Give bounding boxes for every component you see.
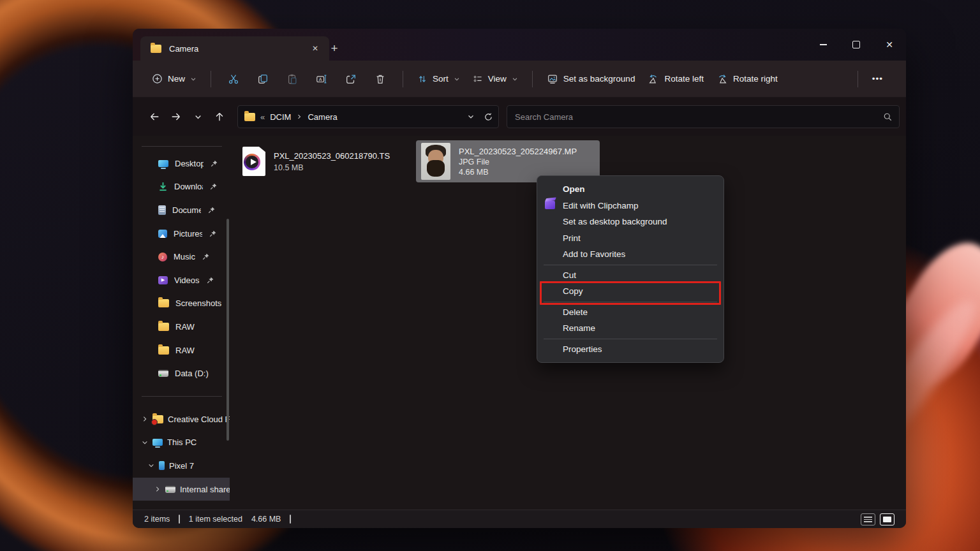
menu-item-copy[interactable]: Copy — [537, 283, 724, 300]
window-controls: ✕ — [806, 29, 906, 61]
menu-item-print[interactable]: Print — [537, 230, 724, 247]
sidebar-item-label: RAW — [175, 346, 195, 355]
search-box[interactable] — [507, 105, 900, 128]
paste-button[interactable] — [278, 68, 307, 91]
breadcrumb-overflow[interactable]: « — [260, 112, 265, 122]
menu-item-properties[interactable]: Properties — [537, 341, 724, 358]
command-toolbar: New A Sor — [133, 61, 906, 98]
chevron-down-icon[interactable] — [142, 439, 148, 446]
new-tab-button[interactable]: + — [324, 39, 345, 58]
chevron-right-icon[interactable] — [142, 416, 148, 422]
file-item-video[interactable]: PXL_20230523_060218790.TS 10.5 MB — [237, 140, 415, 182]
sidebar-item-internal-storage[interactable]: Internal shared storage — [133, 478, 230, 501]
tab-camera[interactable]: Camera ✕ — [140, 36, 329, 61]
cut-button[interactable] — [219, 68, 248, 91]
pictures-icon — [158, 230, 167, 238]
pin-icon — [209, 182, 218, 191]
sidebar-item-documents[interactable]: Documents — [133, 198, 230, 222]
delete-button[interactable] — [366, 68, 395, 91]
documents-icon — [158, 205, 166, 215]
breadcrumb-dcim[interactable]: DCIM — [270, 112, 291, 122]
copy-button[interactable] — [248, 68, 278, 91]
chevron-down-icon[interactable] — [148, 462, 154, 469]
menu-item-cut[interactable]: Cut — [537, 267, 724, 284]
address-dropdown-icon[interactable] — [467, 113, 475, 121]
recent-locations-button[interactable] — [188, 107, 208, 127]
status-bar: 2 items 1 item selected 4.66 MB — [133, 510, 906, 528]
set-background-button[interactable]: Set as background — [540, 68, 642, 91]
maximize-button[interactable] — [840, 29, 873, 61]
sidebar-separator — [142, 146, 222, 147]
menu-item-add-to-favorites[interactable]: Add to Favorites — [537, 246, 724, 263]
sidebar-item-label: Videos — [174, 276, 200, 285]
sort-button[interactable]: Sort — [411, 68, 466, 91]
share-button[interactable] — [336, 68, 366, 91]
sidebar-item-pictures[interactable]: Pictures — [133, 222, 230, 246]
close-button[interactable]: ✕ — [873, 29, 906, 61]
refresh-icon[interactable] — [484, 112, 493, 122]
sidebar-item-creative-cloud[interactable]: Creative Cloud Files — [133, 408, 230, 431]
search-input[interactable] — [514, 112, 883, 122]
arrow-up-icon — [214, 111, 225, 122]
toolbar-divider — [858, 71, 858, 87]
sidebar-item-raw-1[interactable]: RAW — [133, 315, 230, 339]
sidebar-item-pixel-7[interactable]: Pixel 7 — [133, 454, 230, 478]
chevron-right-icon[interactable] — [154, 486, 161, 492]
scissors-icon — [228, 73, 239, 85]
rotate-left-button[interactable]: Rotate left — [641, 68, 710, 91]
breadcrumb-camera[interactable]: Camera — [308, 112, 337, 122]
minimize-button[interactable] — [806, 29, 840, 61]
navigation-pane: Desktop Downloads Documents — [133, 136, 230, 510]
sidebar-item-music[interactable]: ♪ Music — [133, 245, 230, 268]
folder-icon — [158, 299, 169, 307]
sort-button-label: Sort — [433, 74, 449, 84]
ellipsis-icon: ••• — [872, 74, 883, 84]
details-view-button[interactable] — [861, 513, 875, 525]
forward-button[interactable] — [166, 107, 186, 127]
window-body: Desktop Downloads Documents — [133, 136, 906, 510]
rotate-right-button[interactable]: Rotate right — [710, 68, 784, 91]
rotate-left-icon — [648, 73, 659, 85]
menu-item-edit-with-clipchamp[interactable]: Edit with Clipchamp — [537, 198, 724, 214]
folder-icon — [151, 45, 161, 53]
phone-icon — [159, 461, 165, 470]
sidebar-item-label: RAW — [175, 322, 195, 332]
rotate-left-label: Rotate left — [664, 74, 704, 84]
menu-item-delete[interactable]: Delete — [537, 304, 724, 321]
sidebar-quick-access: Desktop Downloads Documents — [133, 152, 230, 385]
more-options-button[interactable]: ••• — [866, 68, 889, 91]
tab-title: Camera — [169, 44, 198, 54]
sidebar-item-downloads[interactable]: Downloads — [133, 175, 230, 199]
up-button[interactable] — [209, 107, 230, 127]
address-bar[interactable]: « DCIM Camera — [237, 105, 499, 128]
chevron-down-icon — [190, 76, 197, 82]
selection-size: 4.66 MB — [251, 515, 281, 524]
sidebar-item-desktop[interactable]: Desktop — [133, 152, 230, 175]
videos-icon: ▶ — [158, 276, 168, 284]
sidebar-item-data-drive[interactable]: Data (D:) — [133, 362, 230, 385]
menu-item-open[interactable]: Open — [537, 181, 724, 198]
menu-item-rename[interactable]: Rename — [537, 320, 724, 337]
drive-icon — [165, 486, 175, 493]
tab-close-button[interactable]: ✕ — [308, 41, 323, 56]
new-button[interactable]: New — [145, 68, 203, 91]
sidebar-item-label: Pictures — [174, 229, 202, 239]
sidebar-item-label: Downloads — [174, 182, 203, 191]
sidebar-item-this-pc[interactable]: This PC — [133, 431, 230, 455]
music-icon: ♪ — [158, 253, 167, 261]
desktop-icon — [158, 160, 168, 167]
sidebar-item-videos[interactable]: ▶ Videos — [133, 268, 230, 292]
folder-icon — [158, 323, 169, 331]
sidebar-item-screenshots[interactable]: Screenshots — [133, 292, 230, 316]
rotate-right-icon — [716, 73, 728, 85]
sidebar-scrollbar[interactable] — [226, 219, 229, 441]
rename-button[interactable]: A — [307, 68, 336, 91]
status-divider — [179, 515, 180, 524]
menu-item-set-as-desktop-background[interactable]: Set as desktop background — [537, 214, 724, 230]
large-thumbnails-view-button[interactable] — [880, 513, 895, 525]
back-button[interactable] — [144, 107, 165, 127]
sidebar-item-raw-2[interactable]: RAW — [133, 339, 230, 362]
view-button[interactable]: View — [466, 68, 524, 91]
copy-icon — [257, 73, 269, 85]
pin-icon — [210, 159, 218, 168]
